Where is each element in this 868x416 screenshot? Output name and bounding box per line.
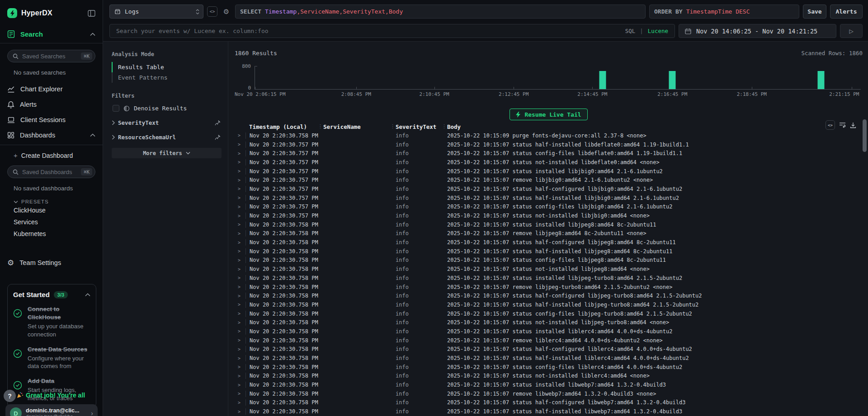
source-select[interactable]: Logs — [109, 5, 203, 19]
row-expand-chevron-icon[interactable]: > — [235, 275, 245, 280]
column-header-body[interactable]: Body — [443, 123, 863, 130]
row-expand-chevron-icon[interactable]: > — [235, 373, 245, 378]
presets-header[interactable]: PRESETS — [0, 192, 103, 204]
preset-item-clickhouse[interactable]: ClickHouse — [0, 204, 103, 216]
chevron-up-icon[interactable] — [90, 33, 95, 36]
row-expand-chevron-icon[interactable]: > — [235, 160, 245, 165]
histogram-bar[interactable] — [669, 71, 676, 89]
row-expand-chevron-icon[interactable]: > — [235, 311, 245, 316]
lucene-toggle[interactable]: Lucene — [648, 28, 668, 34]
table-row[interactable]: >Nov 20 2:20:30.758 PMinfo2025-10-22 10:… — [235, 131, 863, 140]
chevron-up-icon[interactable] — [85, 293, 90, 297]
sidebar-item-team-settings[interactable]: ⚙ Team Settings — [0, 255, 103, 270]
column-header-timestamp[interactable]: Timestamp (Local) — [245, 123, 320, 130]
table-row[interactable]: >Nov 20 2:20:30.757 PMinfo2025-10-22 10:… — [235, 194, 863, 203]
column-resize-handle[interactable]: ⋮ — [390, 123, 395, 129]
table-row[interactable]: >Nov 20 2:20:30.758 PMinfo2025-10-22 10:… — [235, 291, 863, 300]
table-row[interactable]: >Nov 20 2:20:30.757 PMinfo2025-10-22 10:… — [235, 167, 863, 176]
table-row[interactable]: >Nov 20 2:20:30.758 PMinfo2025-10-22 10:… — [235, 229, 863, 238]
denoise-checkbox[interactable] — [113, 105, 119, 112]
date-range-picker[interactable]: Nov 20 14:06:25 - Nov 20 14:21:25 — [679, 24, 836, 38]
column-resize-handle[interactable]: ⋮ — [318, 123, 323, 129]
row-expand-chevron-icon[interactable]: > — [235, 258, 245, 263]
filter-group-severitytext[interactable]: SeverityText — [112, 119, 221, 126]
table-row[interactable]: >Nov 20 2:20:30.758 PMinfo2025-10-22 10:… — [235, 363, 863, 372]
save-button[interactable]: Save — [803, 5, 826, 19]
table-row[interactable]: >Nov 20 2:20:30.758 PMinfo2025-10-22 10:… — [235, 265, 863, 274]
row-expand-chevron-icon[interactable]: > — [235, 249, 245, 254]
row-expand-chevron-icon[interactable]: > — [235, 284, 245, 289]
table-row[interactable]: >Nov 20 2:20:30.758 PMinfo2025-10-22 10:… — [235, 274, 863, 283]
get-started-step[interactable]: Connect to ClickHouse Set up your databa… — [13, 305, 90, 339]
table-row[interactable]: >Nov 20 2:20:30.758 PMinfo2025-10-22 10:… — [235, 238, 863, 247]
table-row[interactable]: >Nov 20 2:20:30.758 PMinfo2025-10-22 10:… — [235, 247, 863, 256]
table-row[interactable]: >Nov 20 2:20:30.758 PMinfo2025-10-22 10:… — [235, 318, 863, 327]
table-row[interactable]: >Nov 20 2:20:30.757 PMinfo2025-10-22 10:… — [235, 203, 863, 212]
row-expand-chevron-icon[interactable]: > — [235, 364, 245, 369]
row-expand-chevron-icon[interactable]: > — [235, 142, 245, 147]
row-expand-chevron-icon[interactable]: > — [235, 293, 245, 298]
table-row[interactable]: >Nov 20 2:20:30.758 PMinfo2025-10-22 10:… — [235, 283, 863, 292]
row-expand-chevron-icon[interactable]: > — [235, 383, 245, 388]
help-button[interactable]: ? — [4, 390, 16, 402]
row-expand-chevron-icon[interactable]: > — [235, 195, 245, 200]
chevron-up-icon[interactable] — [90, 133, 95, 137]
denoise-results-option[interactable]: Denoise Results — [112, 105, 221, 112]
table-row[interactable]: >Nov 20 2:20:30.758 PMinfo2025-10-22 10:… — [235, 300, 863, 309]
table-row[interactable]: >Nov 20 2:20:30.758 PMinfo2025-10-22 10:… — [235, 372, 863, 381]
table-row[interactable]: >Nov 20 2:20:30.758 PMinfo2025-10-22 10:… — [235, 327, 863, 336]
row-expand-chevron-icon[interactable]: > — [235, 151, 245, 156]
sidebar-item-client-sessions[interactable]: Client Sessions — [0, 112, 103, 128]
table-row[interactable]: >Nov 20 2:20:30.758 PMinfo2025-10-22 10:… — [235, 345, 863, 354]
table-row[interactable]: >Nov 20 2:20:30.757 PMinfo2025-10-22 10:… — [235, 211, 863, 220]
row-expand-chevron-icon[interactable]: > — [235, 356, 245, 361]
select-query-input[interactable]: SELECT Timestamp,ServiceName,SeverityTex… — [235, 5, 646, 19]
sidebar-collapse-icon[interactable] — [88, 10, 95, 17]
row-expand-chevron-icon[interactable]: > — [235, 329, 245, 334]
row-expand-chevron-icon[interactable]: > — [235, 400, 245, 405]
saved-dashboards-input[interactable]: Saved Dashboards ⌘K — [7, 165, 95, 178]
create-dashboard-button[interactable]: + Create Dashboard — [0, 145, 103, 159]
table-row[interactable]: >Nov 20 2:20:30.758 PMinfo2025-10-22 10:… — [235, 220, 863, 229]
sidebar-item-chart-explorer[interactable]: Chart Explorer — [0, 81, 103, 97]
table-row[interactable]: >Nov 20 2:20:30.758 PMinfo2025-10-22 10:… — [235, 309, 863, 318]
column-resize-handle[interactable]: ⋮ — [442, 123, 447, 129]
table-row[interactable]: >Nov 20 2:20:30.758 PMinfo2025-10-22 10:… — [235, 336, 863, 345]
more-filters-button[interactable]: More filters — [112, 148, 222, 158]
table-row[interactable]: >Nov 20 2:20:30.758 PMinfo2025-10-22 10:… — [235, 398, 863, 407]
row-expand-chevron-icon[interactable]: > — [235, 267, 245, 272]
row-expand-chevron-icon[interactable]: > — [235, 204, 245, 209]
row-expand-chevron-icon[interactable]: > — [235, 320, 245, 325]
pin-icon[interactable] — [215, 134, 221, 140]
alerts-button[interactable]: Alerts — [830, 5, 863, 19]
table-row[interactable]: >Nov 20 2:20:30.757 PMinfo2025-10-22 10:… — [235, 184, 863, 194]
histogram-bar[interactable] — [817, 71, 824, 89]
filter-group-resourceschemaurl[interactable]: ResourceSchemaUrl — [112, 134, 221, 141]
row-expand-chevron-icon[interactable]: > — [235, 302, 245, 307]
user-menu[interactable]: D dominic.tran@clic... dominic.tran@clic… — [5, 404, 98, 416]
saved-searches-input[interactable]: Saved Searches ⌘K — [7, 50, 95, 62]
run-query-button[interactable]: ▷ — [840, 24, 863, 38]
preset-item-services[interactable]: Services — [0, 216, 103, 228]
row-expand-chevron-icon[interactable]: > — [235, 178, 245, 183]
row-expand-chevron-icon[interactable]: > — [235, 169, 245, 174]
column-header-servicename[interactable]: ServiceName — [320, 123, 392, 130]
table-row[interactable]: >Nov 20 2:20:30.758 PMinfo2025-10-22 10:… — [235, 354, 863, 363]
row-expand-chevron-icon[interactable]: > — [235, 409, 245, 414]
order-by-input[interactable]: ORDER BY TimestampTime DESC — [649, 5, 799, 19]
query-settings-gear-icon[interactable]: ⚙ — [221, 6, 231, 17]
table-row[interactable]: >Nov 20 2:20:30.757 PMinfo2025-10-22 10:… — [235, 175, 863, 184]
get-started-step[interactable]: Create Data Sources Configure where your… — [13, 345, 90, 370]
column-header-severitytext[interactable]: SeverityText — [392, 123, 443, 130]
row-expand-chevron-icon[interactable]: > — [235, 222, 245, 227]
sql-toggle[interactable]: SQL — [625, 28, 636, 34]
pin-icon[interactable] — [215, 120, 221, 126]
resume-live-tail-button[interactable]: Resume Live Tail — [509, 109, 587, 120]
row-expand-chevron-icon[interactable]: > — [235, 231, 245, 236]
row-expand-chevron-icon[interactable]: > — [235, 133, 245, 138]
table-row[interactable]: >Nov 20 2:20:30.757 PMinfo2025-10-22 10:… — [235, 149, 863, 158]
table-row[interactable]: >Nov 20 2:20:30.757 PMinfo2025-10-22 10:… — [235, 140, 863, 149]
row-expand-chevron-icon[interactable]: > — [235, 391, 245, 396]
row-expand-chevron-icon[interactable]: > — [235, 240, 245, 245]
sidebar-item-dashboards[interactable]: Dashboards — [0, 128, 103, 143]
